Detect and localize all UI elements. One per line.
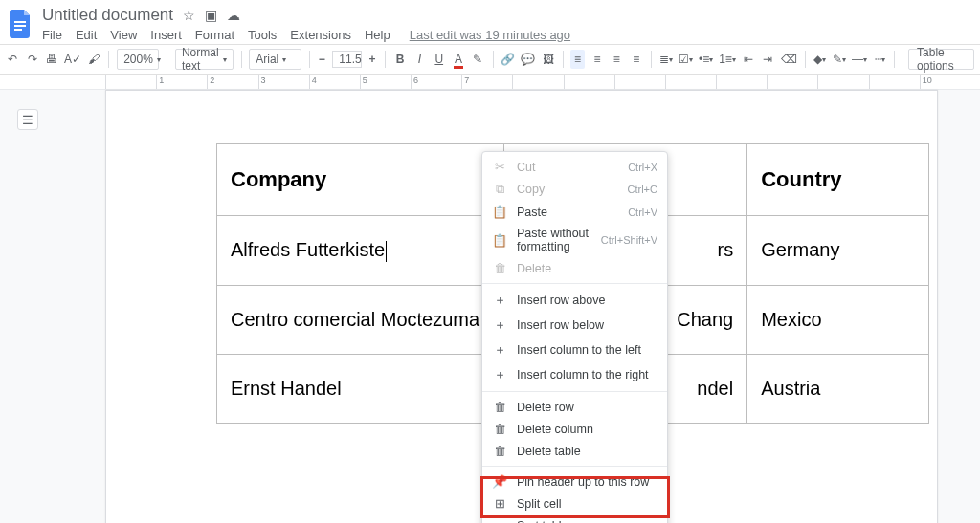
italic-button[interactable]: I (412, 50, 426, 69)
align-justify-button[interactable]: ≡ (630, 50, 643, 69)
ctx-delete-table[interactable]: 🗑Delete table (482, 440, 667, 462)
plus-icon: ＋ (492, 316, 507, 334)
text-cursor (386, 241, 387, 262)
svg-rect-1 (14, 25, 26, 27)
border-dash-button[interactable]: ┄▾ (873, 50, 886, 69)
font-size-increase[interactable]: + (368, 50, 377, 69)
document-title[interactable]: Untitled document (42, 6, 173, 25)
menu-help[interactable]: Help (365, 28, 390, 42)
ctx-sort-table[interactable]: ↕Sort table▸ (482, 514, 667, 523)
menu-insert[interactable]: Insert (150, 28, 182, 42)
fill-color-button[interactable]: ◆▾ (813, 50, 826, 69)
insert-link-button[interactable]: 🔗 (501, 50, 515, 69)
print-button[interactable]: 🖶 (45, 50, 58, 69)
ctx-insert-col-left[interactable]: ＋Insert column to the left (482, 338, 667, 362)
ctx-split-cell[interactable]: ⊞Split cell (482, 492, 667, 514)
menu-view[interactable]: View (110, 28, 137, 42)
menu-format[interactable]: Format (195, 28, 234, 42)
table-cell[interactable]: Mexico (747, 285, 929, 354)
ctx-insert-col-right[interactable]: ＋Insert column to the right (482, 362, 667, 387)
trash-icon: 🗑 (492, 400, 507, 414)
ctx-delete-column[interactable]: 🗑Delete column (482, 418, 667, 440)
line-spacing-button[interactable]: ≣▾ (659, 50, 673, 69)
app-header: Untitled document ☆ ▣ ☁ File Edit View I… (0, 0, 980, 90)
ctx-paste-without-formatting[interactable]: 📋Paste without formattingCtrl+Shift+V (482, 223, 667, 257)
menu-file[interactable]: File (42, 28, 62, 42)
align-center-button[interactable]: ≡ (590, 50, 604, 69)
border-width-button[interactable]: —▾ (852, 50, 867, 69)
trash-icon: 🗑 (492, 422, 507, 436)
paint-format-button[interactable]: 🖌 (87, 50, 100, 69)
font-size-input[interactable]: 11.5 (332, 51, 362, 68)
context-menu: ✂CutCtrl+X ⧉CopyCtrl+C 📋PasteCtrl+V 📋Pas… (481, 151, 668, 523)
ctx-delete-row[interactable]: 🗑Delete row (482, 396, 667, 418)
toolbar: ↶ ↷ 🖶 A✓ 🖌 200%▾ Normal text▾ Arial▾ − 1… (0, 44, 980, 75)
menubar: File Edit View Insert Format Tools Exten… (42, 25, 570, 42)
plus-icon: ＋ (492, 366, 507, 383)
cut-icon: ✂ (492, 160, 507, 174)
pin-icon: 📌 (492, 474, 507, 489)
ctx-cut[interactable]: ✂CutCtrl+X (482, 156, 667, 178)
docs-logo-icon[interactable] (8, 7, 34, 41)
font-size-decrease[interactable]: − (317, 50, 326, 69)
sort-icon: ↕ (492, 518, 507, 523)
menu-extensions[interactable]: Extensions (290, 28, 351, 42)
menu-tools[interactable]: Tools (248, 28, 277, 42)
numbered-list-button[interactable]: 1≡▾ (719, 50, 736, 69)
zoom-select[interactable]: 200%▾ (117, 49, 159, 70)
paste-icon: 📋 (492, 205, 507, 219)
text-color-button[interactable]: A (452, 50, 465, 69)
redo-button[interactable]: ↷ (25, 50, 38, 69)
table-header-cell[interactable]: Company (217, 144, 504, 216)
document-canvas: ☰ Company Country Alfreds Futterkiste rs… (0, 90, 980, 523)
plus-icon: ＋ (492, 341, 507, 359)
ctx-insert-row-below[interactable]: ＋Insert row below (482, 313, 667, 338)
paragraph-style-select[interactable]: Normal text▾ (175, 49, 234, 70)
copy-icon: ⧉ (492, 182, 507, 197)
table-cell[interactable]: Germany (747, 216, 929, 286)
checklist-button[interactable]: ☑▾ (679, 50, 693, 69)
table-header-cell[interactable]: Country (747, 144, 929, 216)
decrease-indent-button[interactable]: ⇤ (742, 50, 755, 69)
highlight-color-button[interactable]: ✎ (471, 50, 484, 69)
table-cell[interactable]: Centro comercial Moctezuma (217, 285, 504, 354)
ctx-copy[interactable]: ⧉CopyCtrl+C (482, 178, 667, 201)
spellcheck-button[interactable]: A✓ (64, 50, 81, 69)
star-icon[interactable]: ☆ (183, 8, 195, 23)
ctx-insert-row-above[interactable]: ＋Insert row above (482, 288, 667, 313)
table-cell[interactable]: Alfreds Futterkiste (217, 216, 504, 286)
insert-image-button[interactable]: 🖼 (541, 50, 554, 69)
show-outline-button[interactable]: ☰ (17, 109, 38, 130)
horizontal-ruler[interactable]: 1 2 3 4 5 6 7 10 (0, 75, 980, 90)
ctx-paste[interactable]: 📋PasteCtrl+V (482, 201, 667, 223)
move-icon[interactable]: ▣ (205, 8, 217, 23)
svg-rect-0 (14, 21, 26, 23)
align-right-button[interactable]: ≡ (610, 50, 623, 69)
plus-icon: ＋ (492, 292, 507, 309)
font-select[interactable]: Arial▾ (249, 49, 301, 70)
ctx-pin-header[interactable]: 📌Pin header up to this row (482, 470, 667, 492)
table-cell[interactable]: Ernst Handel (217, 354, 504, 423)
paste-plain-icon: 📋 (492, 233, 507, 248)
trash-icon: 🗑 (492, 444, 507, 458)
increase-indent-button[interactable]: ⇥ (761, 50, 774, 69)
menu-edit[interactable]: Edit (76, 28, 97, 42)
ctx-delete[interactable]: 🗑Delete (482, 257, 667, 279)
undo-button[interactable]: ↶ (6, 50, 19, 69)
bulleted-list-button[interactable]: •≡▾ (699, 50, 713, 69)
add-comment-button[interactable]: 💬 (521, 50, 535, 69)
border-color-button[interactable]: ✎▾ (833, 50, 846, 69)
clear-formatting-button[interactable]: ⌫ (781, 50, 797, 69)
table-cell[interactable]: Austria (747, 354, 929, 423)
svg-rect-2 (14, 29, 22, 31)
delete-icon: 🗑 (492, 261, 507, 275)
underline-button[interactable]: U (433, 50, 446, 69)
bold-button[interactable]: B (393, 50, 407, 69)
split-icon: ⊞ (492, 496, 507, 511)
table-options-button[interactable]: Table options (908, 49, 974, 70)
align-left-button[interactable]: ≡ (570, 50, 584, 69)
cloud-status-icon[interactable]: ☁ (227, 8, 240, 23)
last-edit-status[interactable]: Last edit was 19 minutes ago (410, 28, 570, 42)
